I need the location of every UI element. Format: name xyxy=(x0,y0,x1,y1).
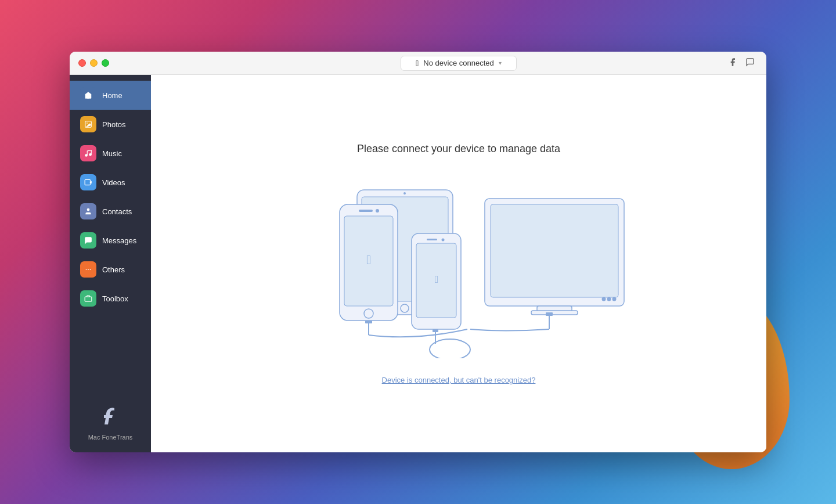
brand-name: Mac FoneTrans xyxy=(88,434,133,441)
svg-rect-37 xyxy=(531,311,578,315)
svg-rect-18 xyxy=(359,210,373,212)
svg-rect-26 xyxy=(427,239,437,240)
sidebar-bottom: Mac FoneTrans xyxy=(88,401,133,452)
svg-point-33 xyxy=(602,297,606,301)
messages-icon xyxy=(80,232,96,249)
svg-point-2 xyxy=(85,154,88,157)
titlebar-left xyxy=(70,59,209,67)
svg-point-9 xyxy=(90,269,91,270)
sidebar: Home Photos Music Videos xyxy=(70,75,151,452)
toolbox-icon xyxy=(80,290,96,307)
maximize-button[interactable] xyxy=(102,59,109,67)
svg-rect-32 xyxy=(491,204,618,297)
sidebar-label-messages: Messages xyxy=(102,236,136,245)
svg-point-27 xyxy=(442,239,445,242)
sidebar-label-photos: Photos xyxy=(102,120,125,129)
sidebar-item-videos[interactable]: Videos xyxy=(70,168,151,197)
titlebar-center:  No device connected ▾ xyxy=(209,56,708,71)
svg-point-35 xyxy=(612,297,617,301)
brand-logo xyxy=(96,401,125,430)
help-link[interactable]: Device is connected, but can't be recogn… xyxy=(382,376,536,384)
main-area: Home Photos Music Videos xyxy=(70,75,766,452)
music-icon xyxy=(80,145,96,161)
connect-title: Please connect your device to manage dat… xyxy=(357,143,560,155)
svg-rect-28 xyxy=(433,329,438,332)
sidebar-label-others: Others xyxy=(102,265,125,274)
sidebar-item-messages[interactable]: Messages xyxy=(70,226,151,255)
sidebar-item-home[interactable]: Home xyxy=(70,81,151,110)
svg-point-8 xyxy=(86,269,87,270)
svg-point-6 xyxy=(87,208,90,211)
sidebar-item-music[interactable]: Music xyxy=(70,139,151,168)
device-label: No device connected xyxy=(423,59,493,67)
content-area: Please connect your device to manage dat… xyxy=(151,75,766,452)
titlebar:  No device connected ▾ xyxy=(70,52,766,75)
sidebar-item-contacts[interactable]: Contacts xyxy=(70,197,151,226)
svg-text::  xyxy=(366,253,371,267)
titlebar-right xyxy=(708,57,766,69)
sidebar-label-home: Home xyxy=(102,91,122,100)
sidebar-label-toolbox: Toolbox xyxy=(102,294,128,303)
svg-rect-38 xyxy=(546,312,553,316)
svg-rect-10 xyxy=(85,297,92,301)
sidebar-label-videos: Videos xyxy=(102,178,125,187)
device-illustration:   xyxy=(270,172,647,358)
svg-rect-4 xyxy=(85,179,90,185)
svg-point-14 xyxy=(403,192,406,195)
videos-icon xyxy=(80,174,96,190)
svg-point-30 xyxy=(430,339,470,358)
home-icon xyxy=(80,87,96,103)
sidebar-label-music: Music xyxy=(102,149,122,158)
svg-point-34 xyxy=(607,297,611,301)
svg-text::  xyxy=(435,273,439,285)
sidebar-item-others[interactable]: Others xyxy=(70,255,151,284)
close-button[interactable] xyxy=(78,59,86,67)
device-selector[interactable]:  No device connected ▾ xyxy=(401,56,517,71)
svg-point-3 xyxy=(89,154,92,156)
sidebar-label-contacts: Contacts xyxy=(102,207,132,216)
chevron-down-icon: ▾ xyxy=(499,60,502,66)
contacts-icon xyxy=(80,203,96,219)
others-icon xyxy=(80,261,96,278)
facebook-icon[interactable] xyxy=(728,57,737,69)
sidebar-item-toolbox[interactable]: Toolbox xyxy=(70,284,151,313)
minimize-button[interactable] xyxy=(90,59,98,67)
chat-icon[interactable] xyxy=(745,57,755,69)
app-window:  No device connected ▾ Home xyxy=(70,52,766,452)
sidebar-item-photos[interactable]: Photos xyxy=(70,110,151,139)
apple-icon:  xyxy=(416,59,419,68)
svg-point-7 xyxy=(88,269,89,270)
svg-point-19 xyxy=(376,209,379,213)
svg-point-1 xyxy=(87,123,88,124)
svg-rect-21 xyxy=(365,321,372,323)
photos-icon xyxy=(80,116,96,132)
